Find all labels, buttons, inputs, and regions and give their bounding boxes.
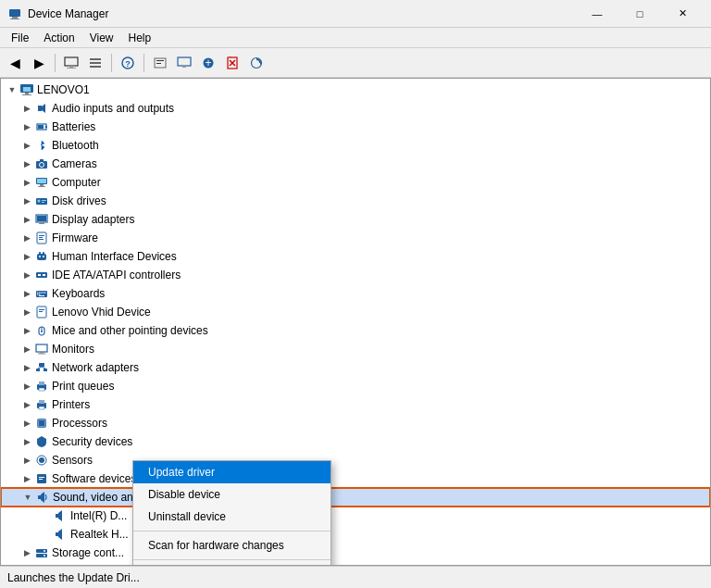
tree-item-display[interactable]: ▶ Display adapters — [1, 210, 710, 229]
expand-processors[interactable]: ▶ — [19, 416, 34, 431]
tree-item-disk[interactable]: ▶ Disk drives — [1, 192, 710, 210]
tree-item-hid[interactable]: ▶ Human Interface Devices — [1, 247, 710, 266]
ctx-disable-device[interactable]: Disable device — [133, 483, 331, 506]
menu-view[interactable]: View — [82, 30, 121, 46]
svg-rect-53 — [39, 252, 41, 255]
tree-item-cameras[interactable]: ▶ Cameras — [1, 155, 710, 173]
ctx-scan-hardware[interactable]: Scan for hardware changes — [133, 534, 331, 557]
expand-batteries[interactable]: ▶ — [19, 119, 34, 134]
expand-display[interactable]: ▶ — [19, 212, 34, 227]
expand-audio[interactable]: ▶ — [19, 101, 34, 116]
tree-item-security[interactable]: ▶ Security devices — [1, 432, 710, 451]
firmware-label: Firmware — [52, 231, 98, 244]
expand-sensors[interactable]: ▶ — [19, 453, 34, 468]
properties-button[interactable] — [149, 52, 171, 74]
device-tree[interactable]: ▼ LENOVO1 ▶ Audio inputs and outputs — [1, 79, 710, 565]
tree-item-batteries[interactable]: ▶ Batteries — [1, 118, 710, 136]
expand-computer[interactable]: ▶ — [19, 175, 34, 190]
ctx-uninstall-device[interactable]: Uninstall device — [133, 506, 331, 528]
expand-bluetooth[interactable]: ▶ — [19, 138, 34, 153]
tree-item-audio[interactable]: ▶ Audio inputs and outputs — [1, 99, 710, 118]
menu-action[interactable]: Action — [36, 30, 81, 46]
menu-help[interactable]: Help — [121, 30, 159, 46]
ctx-update-driver[interactable]: Update driver — [133, 461, 331, 483]
tree-item-realtek[interactable]: ▶ Realtek H... — [1, 525, 710, 544]
tree-item-computer[interactable]: ▶ Computer — [1, 173, 710, 192]
maximize-button[interactable]: □ — [618, 0, 661, 28]
svg-marker-28 — [38, 106, 42, 111]
title-bar: Device Manager — □ ✕ — [0, 0, 711, 28]
tree-item-mice[interactable]: ▶ Mice and other pointing devices — [1, 321, 710, 340]
close-button[interactable]: ✕ — [661, 0, 704, 28]
tree-item-network[interactable]: ▶ Network adapters — [1, 358, 710, 377]
svg-rect-77 — [38, 354, 45, 355]
ctx-properties[interactable]: Properties — [133, 563, 331, 566]
expand-printq[interactable]: ▶ — [19, 379, 34, 394]
svg-point-117 — [44, 555, 45, 557]
tree-item-storage[interactable]: ▶ Storage cont... — [1, 544, 710, 562]
svg-rect-35 — [40, 159, 44, 161]
tree-item-printq[interactable]: ▶ Print queues — [1, 377, 710, 395]
printq-label: Print queues — [52, 380, 114, 393]
svg-rect-66 — [37, 294, 39, 295]
expand-lenovo[interactable]: ▶ — [19, 305, 34, 319]
svg-rect-13 — [156, 63, 161, 64]
forward-button[interactable]: ▶ — [28, 52, 50, 74]
tree-item-intel[interactable]: ▶ Intel(R) D... — [1, 507, 710, 525]
tree-item-sensors[interactable]: ▶ Sensors — [1, 451, 710, 469]
add-button[interactable]: + — [197, 52, 219, 74]
tree-item-ide[interactable]: ▶ IDE ATA/ATAPI controllers — [1, 266, 710, 284]
tree-item-processors[interactable]: ▶ Proces — [1, 414, 710, 432]
disk-label: Disk drives — [52, 194, 106, 207]
context-menu: Update driver Disable device Uninstall d… — [132, 460, 331, 566]
minimize-button[interactable]: — — [576, 0, 618, 28]
expand-root[interactable]: ▼ — [5, 82, 19, 97]
expand-network[interactable]: ▶ — [19, 360, 34, 375]
tree-item-keyboards[interactable]: ▶ Keyboards — [1, 284, 710, 303]
remove-button[interactable] — [221, 52, 243, 74]
tree-item-lenovo[interactable]: ▶ Lenovo Vhid Device — [1, 303, 710, 321]
toolbar-separator-2 — [111, 54, 112, 72]
expand-sound[interactable]: ▼ — [20, 490, 35, 505]
tree-item-bluetooth[interactable]: ▶ Bluetooth — [1, 136, 710, 155]
keyboards-label: Keyboards — [52, 287, 105, 300]
expand-hid[interactable]: ▶ — [19, 249, 34, 264]
svg-rect-2 — [10, 19, 19, 19]
svg-rect-39 — [38, 186, 45, 187]
expand-firmware[interactable]: ▶ — [19, 231, 34, 245]
svg-rect-63 — [41, 293, 43, 294]
expand-storage[interactable]: ▶ — [19, 545, 34, 560]
svg-rect-3 — [65, 57, 78, 66]
expand-mice[interactable]: ▶ — [19, 323, 34, 338]
tree-item-monitors[interactable]: ▶ Monitors — [1, 340, 710, 358]
expand-ide[interactable]: ▶ — [19, 268, 34, 282]
cameras-label: Cameras — [52, 157, 97, 170]
expand-monitors[interactable]: ▶ — [19, 342, 34, 357]
expand-disk[interactable]: ▶ — [19, 194, 34, 208]
back-button[interactable]: ◀ — [4, 52, 26, 74]
computer-button[interactable] — [60, 52, 82, 74]
scan-button[interactable] — [245, 52, 268, 74]
expand-software[interactable]: ▶ — [19, 471, 34, 486]
tree-item-printers[interactable]: ▶ Printers — [1, 395, 710, 414]
tree-root[interactable]: ▼ LENOVO1 — [1, 81, 710, 99]
expand-security[interactable]: ▶ — [19, 434, 34, 449]
menu-file[interactable]: File — [4, 30, 36, 46]
expand-cameras[interactable]: ▶ — [19, 156, 34, 171]
svg-rect-45 — [37, 216, 46, 221]
expand-printers[interactable]: ▶ — [19, 397, 34, 412]
processor-icon — [34, 416, 49, 431]
tree-item-sound[interactable]: ▼ Sound, video and game controllers — [1, 488, 710, 507]
svg-rect-58 — [38, 274, 41, 276]
tree-item-software[interactable]: ▶ Software devices — [1, 469, 710, 488]
security-label: Security devices — [52, 435, 132, 448]
expand-keyboards[interactable]: ▶ — [19, 286, 34, 301]
svg-rect-78 — [39, 363, 44, 367]
monitor-button[interactable] — [173, 52, 195, 74]
expand-system[interactable]: ▶ — [19, 564, 34, 565]
tree-item-system[interactable]: ▶ System devic... — [1, 562, 710, 565]
help-button[interactable]: ? — [117, 52, 139, 74]
svg-rect-47 — [39, 223, 44, 224]
tree-item-firmware[interactable]: ▶ Firmware — [1, 229, 710, 247]
list-button[interactable] — [84, 52, 106, 74]
